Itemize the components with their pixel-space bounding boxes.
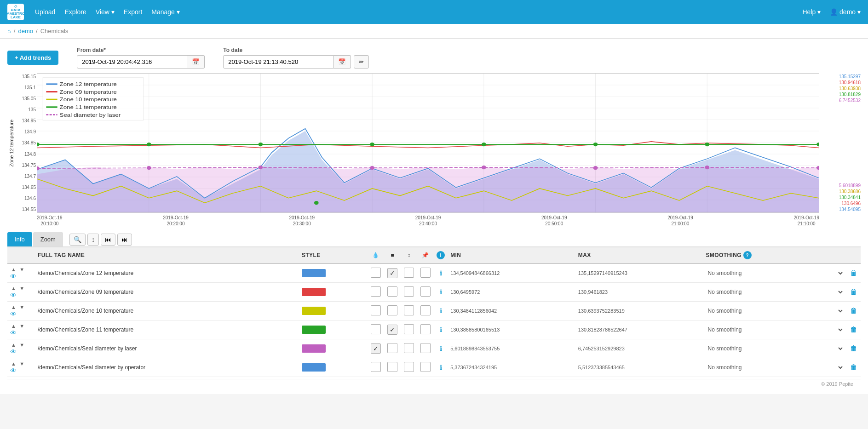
row-color-swatch[interactable] [302,288,326,296]
footer: © 2019 Pepite [7,379,861,389]
row-pin-checkbox[interactable] [420,286,431,297]
tabs-bar: Info Zoom 🔍 ↕ ⏮ ⏭ [7,232,861,247]
row-info-icon[interactable]: ℹ [440,345,442,352]
row-up-button[interactable]: ▲ [10,342,17,348]
nav-manage[interactable]: Manage ▾ [151,6,179,17]
cursor-tool-button[interactable]: ↕ [87,234,99,246]
row-smoothing-select[interactable]: No smoothing Light smoothing Medium smoo… [706,326,844,333]
row-scale-checkbox[interactable] [404,286,414,297]
row-scale-checkbox[interactable] [404,268,414,278]
svg-text:Seal diameter by laser: Seal diameter by laser [60,112,121,118]
from-date-input[interactable] [77,55,187,69]
tab-info[interactable]: Info [7,232,32,246]
row-down-button[interactable]: ▼ [18,285,25,292]
row-info-icon[interactable]: ℹ [440,326,442,333]
row-visibility-button[interactable]: 👁 [10,310,17,318]
user-menu-button[interactable]: 👤 demo ▾ [830,8,861,16]
col-style: STYLE [299,247,368,263]
row-style [299,358,368,377]
help-button[interactable]: Help ▾ [803,8,821,16]
row-smoothing-select[interactable]: No smoothing Light smoothing Medium smoo… [706,364,844,371]
smoothing-info-icon[interactable]: ? [743,251,752,259]
row-step-checkbox[interactable] [387,286,397,297]
row-visibility-button[interactable]: 👁 [10,348,17,355]
row-info-icon[interactable]: ℹ [440,288,442,296]
row-color-swatch[interactable] [302,269,326,277]
row-down-button[interactable]: ▼ [18,323,25,329]
row-fill-checkbox[interactable] [371,286,381,297]
edit-date-button[interactable]: ✏ [354,55,369,69]
row-color-swatch[interactable] [302,307,326,315]
row-visibility-button[interactable]: 👁 [10,367,17,374]
row-delete-button[interactable]: 🗑 [850,344,857,353]
to-date-input[interactable] [223,55,333,69]
breadcrumb-home[interactable]: ⌂ [7,28,11,34]
tab-zoom[interactable]: Zoom [33,232,63,246]
prev-tool-button[interactable]: ⏮ [101,234,115,246]
row-scale-checkbox[interactable] [404,324,414,334]
row-up-button[interactable]: ▲ [10,323,17,329]
add-trends-button[interactable]: + Add trends [7,51,58,65]
x-label-5: 2019-Oct-1921:00:00 [667,215,693,227]
row-delete-button[interactable]: 🗑 [850,363,857,372]
row-scale-checkbox[interactable] [404,343,414,353]
row-pin-checkbox[interactable] [420,268,431,278]
nav-view[interactable]: View ▾ [96,6,115,17]
header-info-icon[interactable]: i [437,251,445,259]
row-visibility-button[interactable]: 👁 [10,329,17,337]
row-pin-checkbox[interactable] [420,362,431,372]
row-delete-cell: 🗑 [847,339,861,358]
row-fill-checkbox[interactable] [371,324,381,334]
from-date-calendar-button[interactable]: 📅 [187,55,205,69]
row-fill-checkbox[interactable] [371,268,381,278]
row-pin-checkbox[interactable] [420,324,431,334]
row-smoothing-select[interactable]: No smoothing Light smoothing Medium smoo… [706,269,844,277]
row-delete-button[interactable]: 🗑 [850,307,857,315]
row-color-swatch[interactable] [302,344,326,353]
row-down-button[interactable]: ▼ [18,304,25,310]
row-up-button[interactable]: ▲ [10,304,17,310]
right-value-bot-1: 130.38686 [820,189,861,194]
row-smoothing-select[interactable]: No smoothing Light smoothing Medium smoo… [706,288,844,296]
row-info-icon[interactable]: ℹ [440,269,442,277]
next-tool-button[interactable]: ⏭ [117,234,132,246]
row-scale-checkbox[interactable] [404,305,414,315]
row-step-checkbox[interactable] [387,305,397,315]
row-color-swatch[interactable] [302,326,326,334]
nav-export[interactable]: Export [124,6,142,17]
nav-upload[interactable]: Upload [35,6,55,17]
row-step-checkbox[interactable] [387,362,397,372]
x-label-1: 2019-Oct-1920:20:00 [163,215,189,227]
row-delete-button[interactable]: 🗑 [850,326,857,334]
row-delete-button[interactable]: 🗑 [850,288,857,296]
row-down-button[interactable]: ▼ [18,342,25,348]
row-info-icon[interactable]: ℹ [440,307,442,315]
row-fill-checkbox[interactable]: ✓ [371,343,381,354]
row-step-checkbox[interactable] [387,343,397,353]
row-up-button[interactable]: ▲ [10,285,17,292]
search-tool-button[interactable]: 🔍 [69,234,86,246]
nav-explore[interactable]: Explore [64,6,86,17]
row-down-button[interactable]: ▼ [18,360,25,367]
row-pin-checkbox[interactable] [420,305,431,315]
row-visibility-button[interactable]: 👁 [10,273,17,280]
breadcrumb-demo[interactable]: demo [18,28,33,34]
row-info-icon[interactable]: ℹ [440,364,442,371]
row-down-button[interactable]: ▼ [18,266,25,273]
row-fill-checkbox[interactable] [371,305,381,315]
row-up-button[interactable]: ▲ [10,266,17,273]
row-smoothing-select[interactable]: No smoothing Light smoothing Medium smoo… [706,307,844,315]
row-delete-button[interactable]: 🗑 [850,269,857,277]
row-up-button[interactable]: ▲ [10,360,17,367]
row-visibility-button[interactable]: 👁 [10,292,17,299]
row-smoothing-select[interactable]: No smoothing Light smoothing Medium smoo… [706,345,844,352]
y-tick-3: 135 [28,107,36,112]
row-step-checkbox[interactable]: ✓ [387,325,397,335]
row-fill-checkbox[interactable] [371,362,381,372]
row-color-swatch[interactable] [302,363,326,372]
to-date-calendar-button[interactable]: 📅 [333,55,351,69]
row-step-checkbox[interactable]: ✓ [387,268,397,278]
row-pin-checkbox[interactable] [420,343,431,353]
y-tick-12: 134.55 [22,207,36,212]
row-scale-checkbox[interactable] [404,362,414,372]
